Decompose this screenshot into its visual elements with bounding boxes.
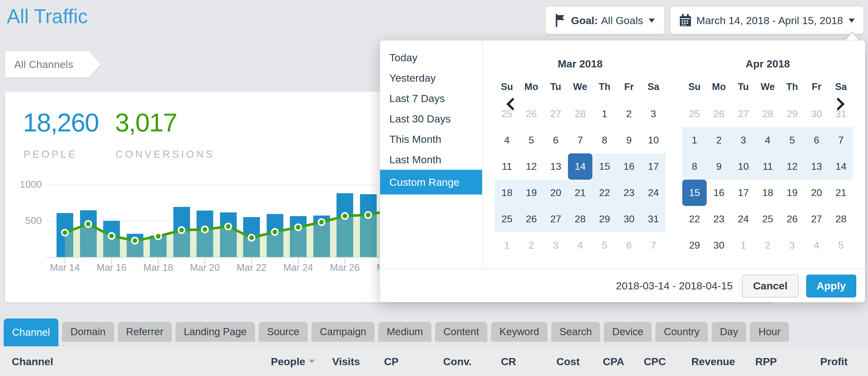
bar-mar-14[interactable] [57, 213, 73, 257]
tab-content[interactable]: Content [435, 322, 488, 342]
day-cell[interactable]: 18 [755, 180, 780, 206]
day-cell[interactable]: 25 [682, 101, 707, 127]
day-cell[interactable]: 28 [568, 101, 592, 127]
cancel-button[interactable]: Cancel [742, 274, 799, 297]
column-header-revenue[interactable]: Revenue [666, 355, 735, 368]
column-header-people[interactable]: People [228, 355, 315, 368]
day-cell[interactable]: 3 [731, 127, 755, 153]
tab-referrer[interactable]: Referrer [118, 322, 172, 342]
day-cell[interactable]: 27 [544, 206, 568, 232]
day-cell[interactable]: 27 [544, 101, 568, 127]
day-cell[interactable]: 8 [682, 153, 707, 180]
day-cell[interactable]: 5 [780, 127, 804, 153]
day-cell[interactable]: 24 [641, 180, 665, 206]
bar-mar-22[interactable] [243, 217, 260, 257]
day-cell[interactable]: 6 [804, 127, 829, 153]
day-cell[interactable]: 3 [641, 101, 665, 127]
column-header-cpa[interactable]: CPA [580, 355, 624, 368]
day-cell[interactable]: 10 [731, 153, 755, 180]
day-cell[interactable]: 4 [568, 232, 592, 259]
preset-custom-range[interactable]: Custom Range [380, 170, 482, 195]
day-cell[interactable]: 30 [617, 206, 641, 232]
day-cell[interactable]: 30 [804, 101, 829, 127]
preset-last-30-days[interactable]: Last 30 Days [380, 109, 482, 129]
day-cell[interactable]: 16 [707, 180, 731, 206]
column-header-profit[interactable]: Profit [777, 355, 847, 368]
day-cell[interactable]: 23 [617, 180, 641, 206]
column-header-cp[interactable]: CP [360, 355, 399, 368]
day-cell[interactable]: 27 [731, 101, 755, 127]
day-cell[interactable]: 7 [568, 127, 592, 153]
bar-mar-26[interactable] [337, 193, 353, 257]
bar-mar-15[interactable] [80, 210, 97, 257]
day-cell[interactable]: 25 [755, 206, 780, 232]
day-cell[interactable]: 1 [731, 232, 755, 259]
tab-medium[interactable]: Medium [378, 322, 431, 342]
day-cell[interactable]: 11 [755, 153, 780, 180]
day-cell[interactable]: 17 [731, 180, 755, 206]
day-cell[interactable]: 19 [780, 180, 804, 206]
day-cell[interactable]: 4 [804, 232, 829, 259]
day-cell[interactable]: 30 [707, 232, 731, 259]
bar-mar-25[interactable] [313, 215, 330, 257]
day-cell[interactable]: 11 [495, 153, 519, 180]
day-cell[interactable]: 2 [707, 127, 731, 153]
day-cell[interactable]: 1 [592, 101, 617, 127]
day-cell[interactable]: 6 [617, 232, 641, 259]
day-cell[interactable]: 22 [682, 206, 707, 232]
day-cell[interactable]: 13 [804, 153, 829, 180]
day-cell[interactable]: 10 [641, 127, 665, 153]
day-cell[interactable]: 31 [641, 206, 665, 232]
tab-channel[interactable]: Channel [4, 318, 58, 346]
day-cell[interactable]: 15 [592, 153, 617, 180]
day-cell[interactable]: 26 [707, 101, 731, 127]
tab-keyword[interactable]: Keyword [491, 322, 547, 342]
day-cell[interactable]: 2 [755, 232, 780, 259]
preset-today[interactable]: Today [380, 47, 482, 68]
day-cell[interactable]: 7 [641, 232, 665, 259]
breadcrumb-all-channels[interactable]: All Channels [5, 51, 89, 77]
day-cell[interactable]: 26 [780, 206, 804, 232]
day-cell-selected[interactable]: 14 [568, 153, 592, 180]
tab-hour[interactable]: Hour [750, 322, 789, 342]
bar-mar-17[interactable] [127, 234, 144, 257]
tab-day[interactable]: Day [712, 322, 747, 342]
bar-mar-21[interactable] [220, 212, 237, 257]
day-cell[interactable]: 3 [780, 232, 804, 259]
column-header-channel[interactable]: Channel [12, 355, 228, 368]
day-cell[interactable]: 5 [829, 232, 853, 259]
prev-month-button[interactable] [501, 93, 522, 115]
apply-button[interactable]: Apply [806, 274, 856, 297]
bar-mar-16[interactable] [103, 221, 120, 257]
preset-last-month[interactable]: Last Month [380, 149, 482, 170]
day-cell[interactable]: 2 [617, 101, 641, 127]
date-range-button[interactable]: March 14, 2018 - April 15, 2018 [670, 6, 864, 35]
day-cell[interactable]: 20 [544, 180, 568, 206]
day-cell[interactable]: 26 [519, 101, 544, 127]
day-cell[interactable]: 25 [495, 206, 519, 232]
day-cell[interactable]: 6 [544, 127, 568, 153]
bar-mar-20[interactable] [196, 210, 213, 257]
bar-mar-19[interactable] [173, 207, 190, 257]
day-cell[interactable]: 29 [780, 101, 804, 127]
preset-this-month[interactable]: This Month [380, 129, 482, 149]
day-cell[interactable]: 21 [829, 180, 853, 206]
day-cell[interactable]: 5 [592, 232, 617, 259]
day-cell[interactable]: 18 [495, 180, 519, 206]
day-cell[interactable]: 28 [755, 101, 780, 127]
day-cell[interactable]: 28 [568, 206, 592, 232]
day-cell[interactable]: 2 [519, 232, 544, 259]
day-cell[interactable]: 20 [804, 180, 829, 206]
day-cell[interactable]: 19 [519, 180, 544, 206]
tab-search[interactable]: Search [551, 322, 600, 342]
column-header-conv.[interactable]: Conv. [399, 355, 471, 368]
day-cell[interactable]: 7 [829, 127, 853, 153]
preset-yesterday[interactable]: Yesterday [380, 68, 482, 88]
day-cell[interactable]: 8 [592, 127, 617, 153]
day-cell[interactable]: 12 [780, 153, 804, 180]
bar-mar-23[interactable] [267, 214, 283, 257]
column-header-rpp[interactable]: RPP [735, 355, 777, 368]
bar-mar-18[interactable] [150, 236, 166, 257]
day-cell[interactable]: 29 [682, 232, 707, 259]
column-header-cpc[interactable]: CPC [624, 355, 666, 368]
